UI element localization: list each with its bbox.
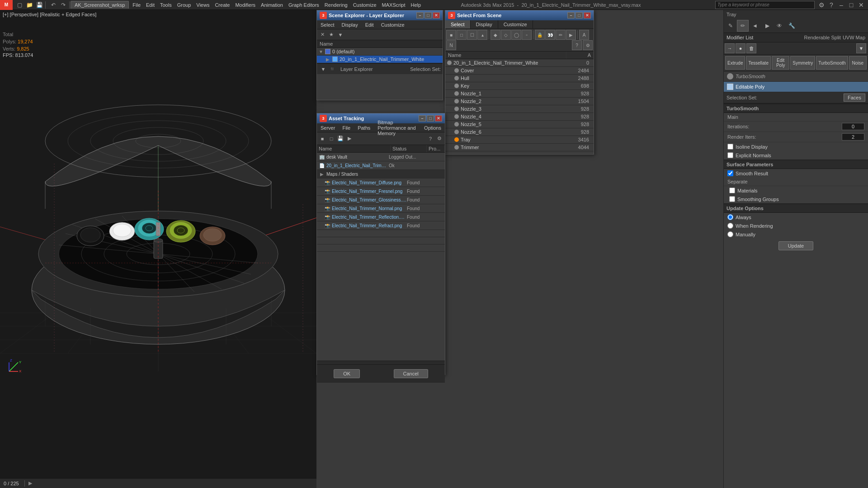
options-btn[interactable]: ▼ xyxy=(336,30,345,39)
sfs-row-10[interactable]: Tray 3416 xyxy=(445,136,594,144)
at-scrollbar[interactable] xyxy=(317,361,445,364)
sfs-row-1[interactable]: Cover 2484 xyxy=(445,67,594,75)
at-close-btn[interactable]: ✕ xyxy=(435,115,442,122)
restore-window-btn[interactable]: □ xyxy=(425,12,432,19)
rtab-motion[interactable]: ▶ xyxy=(761,20,773,32)
at-btn-help[interactable]: ? xyxy=(426,134,435,143)
at-menu-server[interactable]: Server xyxy=(317,123,339,132)
at-row-map-1[interactable]: 📸 Electric_Nail_Trimmer_Diffuse.png Foun… xyxy=(317,178,445,187)
iterations-input[interactable] xyxy=(842,123,864,130)
menu-customize[interactable]: Customize xyxy=(350,0,379,9)
sfs-row-6[interactable]: Nozzle_3 928 xyxy=(445,105,594,113)
tessellate-btn[interactable]: Tessellate xyxy=(746,56,770,70)
bottom-btn-2[interactable]: ◾ xyxy=(328,65,337,74)
at-ok-btn[interactable]: OK xyxy=(334,369,360,378)
menu-graph[interactable]: Graph Editors xyxy=(286,0,322,9)
rtab-display[interactable]: 👁 xyxy=(774,20,785,32)
mod-turbosmooth-entry[interactable]: TurboSmooth xyxy=(724,71,868,82)
at-menu-file[interactable]: File xyxy=(339,123,354,132)
layer-toggle[interactable]: ▼ xyxy=(319,49,325,54)
at-restore-btn[interactable]: □ xyxy=(427,115,434,122)
mod-editpoly-entry[interactable]: Editable Poly xyxy=(724,82,868,92)
settings-icon[interactable]: ⚙ xyxy=(816,0,826,10)
sfs-row-8[interactable]: Nozzle_5 928 xyxy=(445,121,594,128)
menu-create[interactable]: Create xyxy=(212,0,232,9)
at-row-desk-vault[interactable]: 🏢 desk Vault Logged Out... xyxy=(317,153,445,161)
faces-btn[interactable]: Faces xyxy=(844,94,865,102)
rtab-modify[interactable]: ✏ xyxy=(737,20,749,32)
at-btn-4[interactable]: ▶ xyxy=(345,134,354,143)
sfs-row-7[interactable]: Nozzle_4 928 xyxy=(445,113,594,121)
sfs-row-5[interactable]: Nozzle_2 1504 xyxy=(445,98,594,105)
sfs-btn-3[interactable]: ☐ xyxy=(467,30,477,40)
smooth-result-checkbox[interactable] xyxy=(727,170,733,176)
sfs-row-4[interactable]: Nozzle_1 928 xyxy=(445,90,594,98)
workspace-tab[interactable]: AK_Screenshot_wrksp xyxy=(71,1,129,9)
sfs-tab-customize[interactable]: Customize xyxy=(498,20,533,28)
mod-op-remove[interactable]: 🗑 xyxy=(746,43,756,53)
sfs-btn-2[interactable]: □ xyxy=(457,30,467,40)
at-btn-3[interactable]: 💾 xyxy=(336,134,345,143)
highlight-btn[interactable]: ★ xyxy=(327,30,336,39)
search-input[interactable] xyxy=(717,2,812,7)
sfs-btn-15[interactable]: ? xyxy=(572,40,582,50)
sfs-btn-16[interactable]: ⚙ xyxy=(583,40,593,50)
search-box[interactable] xyxy=(715,1,815,9)
at-row-map-4[interactable]: 📸 Electric_Nail_Trimmer_Normal.png Found xyxy=(317,204,445,213)
at-row-map-3[interactable]: 📸 Electric_Nail_Trimmer_Glossiness.png F… xyxy=(317,196,445,204)
menu-modifiers[interactable]: Modifiers xyxy=(232,0,258,9)
mod-op-make-unique[interactable]: ● xyxy=(736,43,745,53)
sfs-btn-1[interactable]: ■ xyxy=(446,30,456,40)
sfs-btn-8[interactable]: ▫ xyxy=(522,30,532,40)
menu-tools[interactable]: Tools xyxy=(157,0,175,9)
manually-radio[interactable] xyxy=(727,231,733,237)
at-cancel-btn[interactable]: Cancel xyxy=(394,369,428,378)
rtab-create[interactable]: ✎ xyxy=(725,20,736,32)
menu-select[interactable]: Select xyxy=(317,20,338,29)
turbosmooth-btn[interactable]: TurboSmooth xyxy=(816,56,848,70)
mod-op-configure[interactable]: ▼ xyxy=(856,43,866,53)
at-btn-settings[interactable]: ⚙ xyxy=(435,134,444,143)
when-rendering-radio[interactable] xyxy=(727,223,733,229)
at-row-map-2[interactable]: 📸 Electric_Nail_Trimmer_Fresnel.png Foun… xyxy=(317,187,445,196)
menu-animation[interactable]: Animation xyxy=(258,0,286,9)
close-window-btn[interactable]: ✕ xyxy=(433,12,440,19)
bottom-btn-1[interactable]: ▼ xyxy=(319,65,328,74)
viewport[interactable]: [+] [Perspective] [Realistic + Edged Fac… xyxy=(0,10,316,488)
help-icon[interactable]: ? xyxy=(826,0,836,10)
sfs-restore-btn[interactable]: □ xyxy=(576,12,583,19)
rtab-utilities[interactable]: 🔧 xyxy=(786,20,797,32)
sfs-btn-7[interactable]: ◯ xyxy=(511,30,521,40)
menu-edit[interactable]: Edit xyxy=(362,20,377,29)
sfs-btn-4[interactable]: ▴ xyxy=(477,30,487,40)
at-menu-options[interactable]: Options xyxy=(420,123,445,132)
sfs-tab-display[interactable]: Display xyxy=(471,20,498,28)
undo-button[interactable]: ↶ xyxy=(48,0,58,10)
menu-views[interactable]: Views xyxy=(193,0,212,9)
sfs-btn-5[interactable]: ◆ xyxy=(491,30,500,40)
maximize-icon[interactable]: □ xyxy=(846,0,856,10)
open-button[interactable]: 📁 xyxy=(24,0,34,10)
isoline-display-checkbox[interactable] xyxy=(727,144,733,150)
menu-maxscript[interactable]: MAXScript xyxy=(379,0,408,9)
menu-file[interactable]: File xyxy=(130,0,143,9)
at-menu-bitmap[interactable]: Bitmap Performance and Memory xyxy=(374,123,420,132)
at-menu-paths[interactable]: Paths xyxy=(354,123,374,132)
at-row-file[interactable]: 📄 20_in_1_Electric_Nail_Trimmer_White_ma… xyxy=(317,161,445,170)
menu-edit[interactable]: Edit xyxy=(143,0,157,9)
sfs-row-11[interactable]: Trimmer 4044 xyxy=(445,144,594,151)
menu-rendering[interactable]: Rendering xyxy=(322,0,350,9)
layer-row-trimmer[interactable]: ▶ 20_in_1_Electric_Nail_Trimmer_White xyxy=(317,56,443,63)
close-icon[interactable]: ✕ xyxy=(856,0,866,10)
sfs-btn-13[interactable]: A xyxy=(579,30,589,40)
save-button[interactable]: 💾 xyxy=(34,0,44,10)
explicit-normals-checkbox[interactable] xyxy=(727,152,733,158)
at-row-map-6[interactable]: 📸 Electric_Nail_Trimmer_Refract.png Foun… xyxy=(317,221,445,230)
menu-help[interactable]: Help xyxy=(408,0,424,9)
always-radio[interactable] xyxy=(727,214,733,220)
sfs-btn-14[interactable]: N xyxy=(446,40,456,50)
sfs-btn-12[interactable]: ▶ xyxy=(566,30,576,40)
sfs-row-9[interactable]: Nozzle_6 928 xyxy=(445,128,594,136)
render-iters-input[interactable] xyxy=(842,133,864,141)
mod-op-pin[interactable]: → xyxy=(725,43,735,53)
